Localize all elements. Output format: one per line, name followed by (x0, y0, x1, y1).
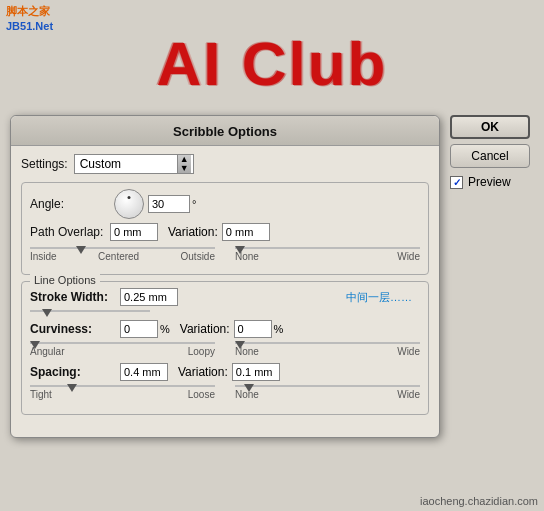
curviness-var-track[interactable] (235, 342, 420, 344)
settings-group: Angle: ° Path Overlap: Variation: (21, 182, 429, 275)
curviness-slider-row (30, 342, 215, 344)
label-tight: Tight (30, 389, 52, 400)
angle-row: Angle: ° (30, 189, 420, 219)
path-overlap-thumb[interactable] (76, 246, 86, 254)
spacing-var-slider-wrap: None Wide (235, 383, 420, 404)
path-overlap-slider-row (30, 247, 215, 249)
angle-input[interactable] (148, 195, 190, 213)
label-wide-2: Wide (397, 346, 420, 357)
label-centered: Centered (98, 251, 139, 262)
main-title: AI Club (157, 28, 388, 99)
stroke-width-thumb[interactable] (42, 309, 52, 317)
angle-knob[interactable] (114, 189, 144, 219)
path-overlap-row: Path Overlap: Variation: (30, 223, 420, 241)
preview-label: Preview (468, 175, 511, 189)
label-loose: Loose (188, 389, 215, 400)
variation-thumb[interactable] (235, 246, 245, 254)
curviness-var-slider-row (235, 342, 420, 344)
stroke-width-track[interactable] (30, 310, 150, 312)
spacing-row: Spacing: Variation: (30, 363, 420, 381)
settings-label: Settings: (21, 157, 68, 171)
variation-track[interactable] (235, 247, 420, 249)
curviness-label: Curviness: (30, 322, 120, 336)
watermark-bottom: iaocheng.chazidian.com (420, 495, 538, 507)
preview-checkbox[interactable]: ✓ (450, 176, 463, 189)
dialog-buttons: OK Cancel ✓ Preview (450, 115, 538, 189)
spacing-variation-label: Variation: (178, 365, 228, 379)
line-options-label: Line Options (30, 274, 100, 286)
spacing-labels: Tight Loose (30, 389, 215, 400)
spacing-label: Spacing: (30, 365, 120, 379)
curviness-unit: % (160, 323, 170, 335)
cancel-button[interactable]: Cancel (450, 144, 530, 168)
curviness-var-labels: None Wide (235, 346, 420, 357)
curviness-slider-gap (215, 340, 235, 361)
dialog-title: Scribble Options (11, 116, 439, 146)
spacing-slider-row (30, 385, 215, 387)
path-overlap-slider-wrap: Inside Centered Outside (30, 245, 215, 266)
spacing-variation-input[interactable] (232, 363, 280, 381)
curviness-input[interactable] (120, 320, 158, 338)
curviness-track[interactable] (30, 342, 215, 344)
spacing-var-thumb[interactable] (244, 384, 254, 392)
curviness-var-thumb[interactable] (235, 341, 245, 349)
variation-labels: None Wide (235, 251, 420, 262)
stroke-width-label: Stroke Width: (30, 290, 120, 304)
curviness-variation-label: Variation: (180, 322, 230, 336)
variation-label-1: Variation: (168, 225, 218, 239)
dialog-body: Settings: Custom ▲ ▼ Angle: ° (11, 146, 439, 427)
stroke-width-slider-row (30, 310, 420, 312)
variation-slider-row (235, 247, 420, 249)
spacing-input[interactable] (120, 363, 168, 381)
ok-button[interactable]: OK (450, 115, 530, 139)
path-overlap-track[interactable] (30, 247, 215, 249)
settings-dropdown[interactable]: Custom ▲ ▼ (74, 154, 194, 174)
mid-layer-text: 中间一层…… (346, 290, 412, 305)
spacing-var-labels: None Wide (235, 389, 420, 400)
path-overlap-variation-input[interactable] (222, 223, 270, 241)
spacing-var-track[interactable] (235, 385, 420, 387)
dropdown-arrow-icon[interactable]: ▲ ▼ (177, 155, 191, 173)
curviness-labels: Angular Loopy (30, 346, 215, 357)
stroke-width-input[interactable] (120, 288, 178, 306)
path-overlap-slider-area: Inside Centered Outside None Wide (30, 245, 420, 266)
label-outside: Outside (181, 251, 215, 262)
curviness-row: Curviness: % Variation: % (30, 320, 420, 338)
degree-symbol: ° (192, 198, 196, 210)
spacing-track[interactable] (30, 385, 215, 387)
watermark-top: 脚本之家 JB51.Net (6, 4, 53, 35)
settings-row: Settings: Custom ▲ ▼ (21, 154, 429, 174)
spacing-slider-gap (215, 383, 235, 404)
curviness-slider-area: Angular Loopy None Wide (30, 340, 420, 361)
stroke-width-row: Stroke Width: 中间一层…… (30, 288, 420, 306)
spacing-slider-wrap: Tight Loose (30, 383, 215, 404)
spacing-slider-area: Tight Loose None Wide (30, 383, 420, 404)
label-loopy: Loopy (188, 346, 215, 357)
spacing-var-slider-row (235, 385, 420, 387)
line-options-group: Line Options Stroke Width: 中间一层…… Curvin… (21, 281, 429, 415)
curviness-variation-unit: % (274, 323, 284, 335)
label-wide-3: Wide (397, 389, 420, 400)
curviness-slider-wrap: Angular Loopy (30, 340, 215, 361)
path-overlap-labels: Inside Centered Outside (30, 251, 215, 262)
curviness-var-slider-wrap: None Wide (235, 340, 420, 361)
curviness-variation-input[interactable] (234, 320, 272, 338)
knob-dot (128, 196, 131, 199)
variation-slider-wrap: None Wide (235, 245, 420, 266)
slider-gap (215, 245, 235, 266)
label-inside: Inside (30, 251, 57, 262)
path-overlap-input[interactable] (110, 223, 158, 241)
settings-value: Custom (77, 157, 177, 171)
curviness-thumb[interactable] (30, 341, 40, 349)
site-cn: 脚本之家 (6, 4, 53, 19)
path-overlap-label: Path Overlap: (30, 225, 110, 239)
preview-row: ✓ Preview (450, 175, 538, 189)
site-en: JB51.Net (6, 19, 53, 34)
angle-label: Angle: (30, 197, 110, 211)
scribble-options-dialog: Scribble Options Settings: Custom ▲ ▼ An… (10, 115, 440, 438)
label-wide-1: Wide (397, 251, 420, 262)
spacing-thumb[interactable] (67, 384, 77, 392)
